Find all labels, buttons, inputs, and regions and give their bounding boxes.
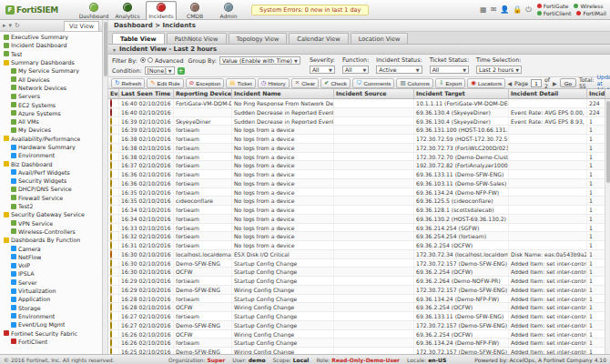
ticket-button[interactable]: ▤Ticket xyxy=(226,78,255,88)
sidebar-item-environment[interactable]: Environment xyxy=(0,312,102,320)
check-button[interactable]: ✔Check xyxy=(320,78,351,88)
sidebar-item-my-service-summary[interactable]: My Service Summary xyxy=(0,66,102,75)
sidebar-item-wireless-controllers[interactable]: Wireless-Controllers xyxy=(0,228,102,236)
table-row[interactable]: 16:27 02/10/2016fortieamStartup Config C… xyxy=(108,312,610,321)
sidebar-item-incident-dashboard[interactable]: Incident Dashboard xyxy=(0,41,102,49)
sidebar-item-biz-dashboard[interactable]: Biz Dashboard xyxy=(0,159,102,167)
filter-radio-0[interactable] xyxy=(140,57,146,63)
nav-item-analytics[interactable]: Analytics xyxy=(112,1,143,21)
table-row[interactable]: 16:32 02/10/2016fortieamNo logs from a d… xyxy=(108,232,610,241)
sidebar-item-event-log-mgmt[interactable]: Event/Log Mgmt xyxy=(0,320,102,329)
prev-page-icon[interactable]: ◀ xyxy=(507,80,512,86)
column-header-incident-target[interactable]: Incident Target xyxy=(414,89,509,98)
collapse-all-icon[interactable]: ▸ xyxy=(3,22,6,29)
tab-topology-view[interactable]: Topology View xyxy=(229,33,288,44)
table-row[interactable]: 16:34 02/10/2016fortieamNo logs from a d… xyxy=(108,206,610,215)
sidebar-item-azure-systems[interactable]: Azure Systems xyxy=(0,109,102,117)
apps-icon[interactable]: ▦ xyxy=(480,5,487,15)
refresh-button[interactable]: ↻Refresh xyxy=(111,78,145,88)
sidebar-item-vpn-service[interactable]: VPN Service xyxy=(0,219,102,228)
nav-item-admin[interactable]: Admin xyxy=(213,1,244,21)
sidebar-item-avail-perf-widgets[interactable]: Avail/Perf Widgets xyxy=(0,168,102,177)
power-icon[interactable]: ⏻ xyxy=(525,5,531,15)
column-header-inciden-[interactable]: Inciden... xyxy=(587,89,605,98)
group-by-select[interactable]: Value (Enable with Time) ▼ xyxy=(219,56,300,65)
page-input[interactable] xyxy=(531,79,542,87)
table-row[interactable]: 16:38 02/10/2016fortieamNo logs from a d… xyxy=(108,135,610,144)
table-row[interactable]: 16:26 02/10/2016OCFWWiring Config Change… xyxy=(108,330,610,339)
status-item-wireless[interactable]: Wireless xyxy=(574,3,603,9)
table-row[interactable]: 16:28 02/10/2016fortieamStartup Config C… xyxy=(108,295,610,304)
nav-item-incidents[interactable]: Incidents xyxy=(146,1,177,21)
sidebar-item-security-gateway-service[interactable]: Security Gateway Service xyxy=(0,210,102,218)
sidebar-item-fortinet-security-fabric[interactable]: Fortinet Security Fabric xyxy=(0,329,102,337)
sidebar-item-availability-performance[interactable]: Availability/Performance xyxy=(0,135,102,143)
sidebar-item-ec2-systems[interactable]: EC2 Systems xyxy=(0,100,102,108)
table-row[interactable]: 16:29 02/10/2016Demo-SFW-ENGWiring Confi… xyxy=(108,286,610,295)
filter-select[interactable]: All▼ xyxy=(342,66,369,74)
nav-item-cmdb[interactable]: CMDB xyxy=(179,1,210,21)
column-header-reporting-device-name[interactable]: Reporting Device Name xyxy=(174,89,232,98)
table-row[interactable]: 16:40 02/10/2016FortiGate-VM-DOM-DEMONo … xyxy=(108,99,610,108)
table-row[interactable]: 16:35 02/10/2016cideoconflareNo logs fro… xyxy=(108,197,610,206)
grid-scrollbar[interactable] xyxy=(605,99,610,354)
mail-icon[interactable]: ✉ xyxy=(491,5,497,15)
grid-scrollbar-thumb[interactable] xyxy=(606,101,610,183)
fortisiem-logo[interactable]: F FortiSIEM xyxy=(0,5,78,15)
sidebar-item-virtualization[interactable]: Virtualization xyxy=(0,287,102,295)
table-row[interactable]: 16:28 02/10/2016OCFWWiring Config Change… xyxy=(108,303,610,312)
system-error-banner[interactable]: System Errors: 0 new in last 1 day xyxy=(251,5,369,15)
tab-table-view[interactable]: Table View xyxy=(112,33,165,44)
sidebar-item-dashboards-by-function[interactable]: Dashboards By Function xyxy=(0,236,102,244)
add-condition-button[interactable]: + xyxy=(178,67,185,75)
table-row[interactable]: 16:29 02/10/2016fortieamStartup Config C… xyxy=(108,277,610,286)
table-row[interactable]: 16:26 02/10/2016fortieamStartup Config C… xyxy=(108,339,610,348)
expand-all-icon[interactable]: ▾ xyxy=(9,22,13,29)
table-row[interactable]: 16:27 02/10/2016Demo-SFW-ENGStartup Conf… xyxy=(108,321,610,330)
sidebar-item-test2[interactable]: Test2 xyxy=(0,202,102,210)
condition-select[interactable]: [None] ▼ xyxy=(145,66,175,75)
table-row[interactable]: 16:39 02/10/2016fortieamNo logs from a d… xyxy=(108,126,610,135)
sidebar-scrollbar-thumb[interactable] xyxy=(104,22,107,76)
sidebar-tab-viz-view[interactable]: Viz View xyxy=(64,21,99,31)
status-item-fortimail[interactable]: FortiMail xyxy=(576,10,606,16)
columns-button[interactable]: ▥Columns xyxy=(396,78,433,88)
table-row[interactable]: 16:30 02/10/2016localhost.localdomainESX… xyxy=(108,250,610,259)
sidebar-item-ipsla[interactable]: IPSLA xyxy=(0,269,102,278)
exception-button[interactable]: ⊘Exception xyxy=(186,78,225,88)
filter-select[interactable]: All▼ xyxy=(430,66,469,74)
edit-rule-button[interactable]: ✎Edit Rule xyxy=(147,78,184,88)
sidebar-item-all-vms[interactable]: All VMs xyxy=(0,117,102,126)
sidebar-item-netflow[interactable]: NetFlow xyxy=(0,253,102,261)
table-row[interactable]: 16:30 02/10/2016OCFWStartup Config Chang… xyxy=(108,268,610,277)
sidebar-item-hardware-summary[interactable]: Hardware Summary xyxy=(0,143,102,151)
sidebar-item-summary-dashboards[interactable]: Summary Dashboards xyxy=(0,58,102,66)
table-row[interactable]: 16:38 02/10/2016fortieamNo logs from a d… xyxy=(108,144,610,153)
table-row[interactable]: 16:30 02/10/2016Demo-SFW-ENGStartup Conf… xyxy=(108,259,610,268)
table-row[interactable]: 16:37 02/10/2016fortieamNo logs from a d… xyxy=(108,161,610,170)
table-row[interactable]: 16:40 02/10/2016Sudden Decrease in Repor… xyxy=(108,108,610,117)
table-row[interactable]: 16:36 02/10/2016fortieamNo logs from a d… xyxy=(108,179,610,188)
sidebar-item-security-widgets[interactable]: Security Widgets xyxy=(0,177,102,185)
filter-radio-1[interactable] xyxy=(147,57,153,63)
lock-icon[interactable]: 🔒 xyxy=(513,5,522,15)
history-button[interactable]: ◷History xyxy=(258,78,290,88)
sidebar-item-firewall-service[interactable]: Firewall Service xyxy=(0,194,102,202)
collapse-section-icon[interactable]: ▾ xyxy=(113,46,116,53)
sidebar-item-camera[interactable]: Camera xyxy=(0,244,102,252)
sidebar-item-forticlient[interactable]: FortiClient xyxy=(0,338,102,346)
table-row[interactable]: 16:39 02/10/2016SkyeyeDinerSudden Decrea… xyxy=(108,117,610,126)
locations-button[interactable]: ◉Locations xyxy=(467,78,505,88)
table-row[interactable]: 16:25 02/10/2016Demo-SFW-ENGWiring Confi… xyxy=(108,348,610,354)
column-header-incident-detail[interactable]: Incident Detail xyxy=(509,89,587,98)
table-row[interactable]: 16:31 02/10/2016fortieamNo logs from a d… xyxy=(108,241,610,250)
sidebar-item-environment[interactable]: Environment xyxy=(0,151,102,159)
refresh-icon[interactable]: ↻ xyxy=(15,22,20,29)
comments-button[interactable]: 🗨Comments xyxy=(352,78,394,88)
column-header-ev-[interactable]: Ev... xyxy=(108,89,119,98)
status-item-forticlient[interactable]: FortiClient xyxy=(537,10,572,16)
sidebar-item-server[interactable]: Server xyxy=(0,278,102,287)
filter-select[interactable]: All▼ xyxy=(310,66,335,74)
nav-item-dashboard[interactable]: Dashboard xyxy=(78,1,109,21)
sidebar-item-test[interactable]: Test xyxy=(0,50,102,58)
